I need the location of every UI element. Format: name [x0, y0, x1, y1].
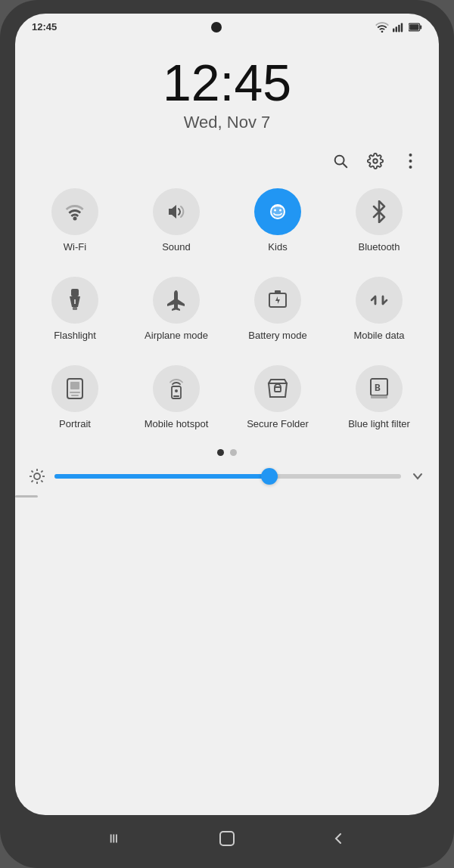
clock-area: 12:45 Wed, Nov 7: [15, 36, 439, 147]
svg-rect-0: [393, 28, 394, 32]
tile-bluelight-label: Blue light filter: [348, 418, 410, 431]
signal-icon: [393, 22, 405, 33]
svg-rect-29: [71, 395, 79, 396]
svg-point-12: [409, 166, 412, 169]
nav-hint-bar: [15, 492, 439, 503]
status-bar: 12:45: [15, 14, 439, 36]
page-dot-2[interactable]: [230, 449, 237, 456]
svg-rect-23: [275, 290, 281, 294]
tile-portrait-icon: [51, 365, 98, 412]
status-time: 12:45: [32, 21, 57, 33]
tile-securefolder-icon: [254, 365, 301, 412]
slider-track: [54, 474, 401, 479]
svg-rect-33: [275, 387, 281, 392]
tile-securefolder[interactable]: Secure Folder: [227, 358, 328, 440]
svg-line-42: [32, 470, 33, 472]
svg-point-37: [34, 473, 40, 479]
search-button[interactable]: [330, 150, 351, 172]
more-button[interactable]: [400, 150, 421, 172]
svg-line-45: [32, 480, 33, 482]
phone-screen: 12:45: [15, 14, 439, 815]
phone-nav-bar: [15, 815, 439, 862]
tiles-row-2: Flashlight Airplane mode: [15, 266, 439, 355]
wifi-status-icon: [375, 22, 389, 33]
page-dots: [15, 449, 439, 456]
svg-line-8: [343, 163, 347, 167]
svg-rect-46: [15, 495, 38, 498]
battery-icon: [409, 22, 422, 33]
tile-hotspot[interactable]: Mobile hotspot: [126, 358, 227, 440]
phone-frame: 12:45: [0, 0, 454, 868]
tile-mobiledata[interactable]: Mobile data: [328, 269, 430, 352]
svg-line-43: [41, 480, 42, 482]
tile-hotspot-icon: [153, 365, 200, 412]
nav-back-button[interactable]: [331, 831, 346, 846]
tile-flashlight-icon: [51, 277, 98, 324]
tile-portrait-label: Portrait: [59, 418, 91, 431]
slider-fill: [54, 474, 269, 479]
tile-kids-label: Kids: [268, 241, 287, 254]
tile-flashlight-label: Flashlight: [54, 330, 96, 343]
svg-point-32: [175, 389, 178, 392]
brightness-row: [15, 465, 439, 492]
svg-rect-27: [70, 382, 79, 389]
tile-mobiledata-label: Mobile data: [353, 330, 404, 343]
svg-line-44: [41, 470, 42, 472]
brightness-slider[interactable]: [54, 474, 401, 479]
svg-point-13: [73, 217, 77, 221]
tile-bluetooth-icon: [356, 188, 403, 235]
svg-rect-19: [71, 289, 79, 296]
settings-button[interactable]: [365, 150, 386, 172]
tile-kids[interactable]: Kids: [227, 181, 328, 263]
clock-date: Wed, Nov 7: [15, 113, 439, 132]
svg-rect-31: [173, 395, 179, 397]
camera-punch: [211, 22, 222, 33]
nav-recents-button[interactable]: [108, 831, 123, 846]
svg-rect-5: [420, 25, 421, 29]
svg-rect-2: [398, 24, 400, 32]
svg-point-17: [274, 209, 276, 212]
svg-rect-20: [73, 307, 77, 310]
svg-point-10: [409, 153, 412, 157]
tile-securefolder-label: Secure Folder: [247, 418, 309, 431]
svg-text:B: B: [375, 382, 381, 393]
svg-rect-6: [409, 24, 418, 29]
page-dot-1[interactable]: [217, 449, 224, 456]
svg-rect-50: [220, 832, 234, 845]
tile-battery-label: Battery mode: [248, 330, 306, 343]
tile-wifi[interactable]: Wi-Fi: [24, 181, 126, 263]
svg-marker-14: [169, 205, 176, 219]
tile-flashlight[interactable]: Flashlight: [24, 269, 126, 352]
tile-bluetooth-label: Bluetooth: [359, 241, 400, 254]
tile-airplane-label: Airplane mode: [145, 330, 208, 343]
svg-point-11: [409, 160, 412, 163]
tile-bluelight[interactable]: B Blue light filter: [328, 358, 430, 440]
tile-wifi-icon: [51, 188, 98, 235]
clock-time: 12:45: [15, 57, 439, 108]
tile-bluelight-icon: B: [356, 365, 403, 412]
svg-point-9: [373, 159, 378, 163]
tile-hotspot-label: Mobile hotspot: [145, 418, 209, 431]
qs-toolbar: [15, 147, 439, 178]
tiles-row-1: Wi-Fi Sound: [15, 178, 439, 266]
tile-mobiledata-icon: [356, 277, 403, 324]
slider-thumb[interactable]: [261, 468, 278, 485]
tile-battery[interactable]: Battery mode: [227, 269, 328, 352]
brightness-expand-button[interactable]: [410, 469, 425, 484]
tile-wifi-label: Wi-Fi: [64, 241, 86, 254]
svg-rect-28: [70, 392, 80, 393]
brightness-icon: [29, 468, 45, 485]
tile-sound[interactable]: Sound: [126, 181, 227, 263]
tile-sound-label: Sound: [162, 241, 191, 254]
tile-sound-icon: [153, 188, 200, 235]
svg-rect-3: [401, 23, 403, 32]
svg-rect-36: [371, 395, 387, 398]
tile-bluetooth[interactable]: Bluetooth: [328, 181, 430, 263]
tile-airplane-icon: [153, 277, 200, 324]
tile-battery-icon: [254, 277, 301, 324]
tile-kids-icon: [254, 188, 301, 235]
tile-portrait[interactable]: Portrait: [24, 358, 126, 440]
status-icons: [375, 22, 422, 33]
nav-home-button[interactable]: [219, 830, 235, 847]
tile-airplane[interactable]: Airplane mode: [126, 269, 227, 352]
